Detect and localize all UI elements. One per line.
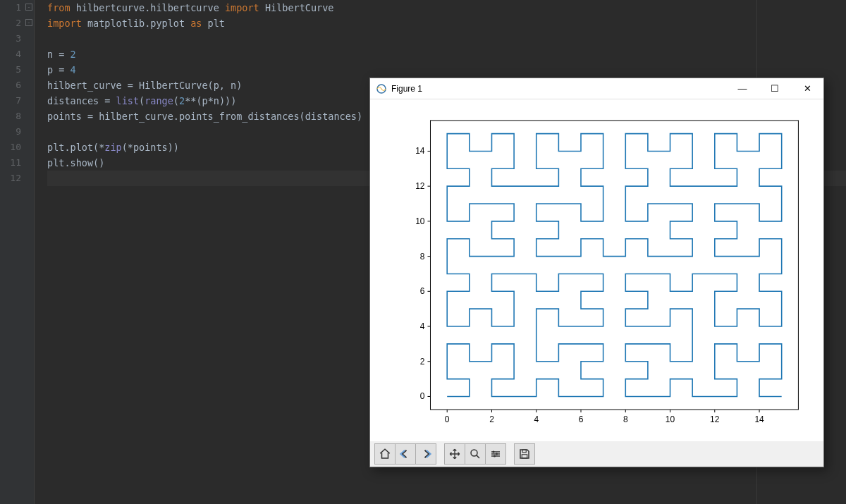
svg-point-19 (493, 451, 495, 453)
y-tick-label: 14 (415, 146, 425, 156)
window-controls: — ☐ ✕ (726, 78, 823, 99)
minimize-button[interactable]: — (726, 78, 759, 99)
x-tick-label: 14 (754, 414, 764, 424)
y-tick-label: 0 (420, 391, 425, 401)
y-tick-label: 6 (420, 286, 425, 296)
titlebar[interactable]: Figure 1 — ☐ ✕ (370, 78, 823, 99)
close-button[interactable]: ✕ (791, 78, 823, 99)
code-line[interactable]: import matplotlib.pyplot as plt (47, 16, 846, 31)
plot-canvas[interactable]: 0246810121402468101214 (370, 99, 823, 441)
svg-rect-1 (430, 121, 798, 410)
maximize-button[interactable]: ☐ (759, 78, 791, 99)
svg-point-21 (494, 455, 496, 457)
gutter: 1-2-3456789101112 (0, 0, 34, 504)
y-tick-label: 12 (415, 181, 425, 191)
x-tick-label: 2 (489, 414, 494, 424)
y-tick-label: 4 (420, 321, 425, 331)
line-number: 6 (0, 78, 34, 93)
home-button[interactable] (374, 443, 396, 465)
line-number: 11 (0, 155, 34, 171)
code-line[interactable] (47, 31, 846, 47)
subplots-button[interactable] (485, 443, 506, 465)
line-number: 9 (0, 124, 34, 140)
zoom-button[interactable] (465, 443, 486, 465)
x-tick-label: 10 (666, 414, 675, 424)
svg-point-20 (496, 453, 498, 455)
x-tick-label: 0 (445, 414, 450, 424)
hilbert-curve-line (447, 134, 781, 397)
svg-point-18 (471, 450, 477, 456)
save-button[interactable] (514, 443, 535, 465)
line-number: 8 (0, 109, 34, 124)
line-number: 2- (0, 16, 34, 31)
svg-rect-23 (522, 450, 526, 453)
line-number: 7 (0, 93, 34, 109)
line-number: 10 (0, 140, 34, 155)
x-tick-label: 4 (534, 414, 539, 424)
line-number: 5 (0, 62, 34, 78)
line-number: 3 (0, 31, 34, 47)
line-number: 1- (0, 0, 34, 16)
svg-rect-22 (522, 455, 527, 458)
x-tick-label: 6 (579, 414, 584, 424)
line-number: 12 (0, 171, 34, 186)
y-tick-label: 2 (420, 357, 425, 367)
matplotlib-figure-window[interactable]: Figure 1 — ☐ ✕ 0246810121402468101214 (369, 78, 824, 467)
fold-icon[interactable]: - (25, 4, 32, 11)
x-tick-label: 12 (710, 414, 720, 424)
window-title: Figure 1 (391, 84, 726, 94)
hilbert-plot: 0246810121402468101214 (370, 99, 823, 441)
pan-button[interactable] (444, 443, 465, 465)
x-tick-label: 8 (623, 414, 628, 424)
y-tick-label: 10 (415, 216, 425, 226)
back-button[interactable] (395, 443, 416, 465)
forward-button[interactable] (415, 443, 436, 465)
code-line[interactable]: n = 2 (47, 47, 846, 62)
y-tick-label: 8 (420, 252, 425, 262)
code-line[interactable]: from hilbertcurve.hilbertcurve import Hi… (47, 0, 846, 16)
code-line[interactable]: p = 4 (47, 62, 846, 78)
matplotlib-toolbar (370, 441, 823, 467)
app-icon (376, 83, 387, 94)
fold-icon[interactable]: - (25, 19, 32, 26)
line-number: 4 (0, 47, 34, 62)
